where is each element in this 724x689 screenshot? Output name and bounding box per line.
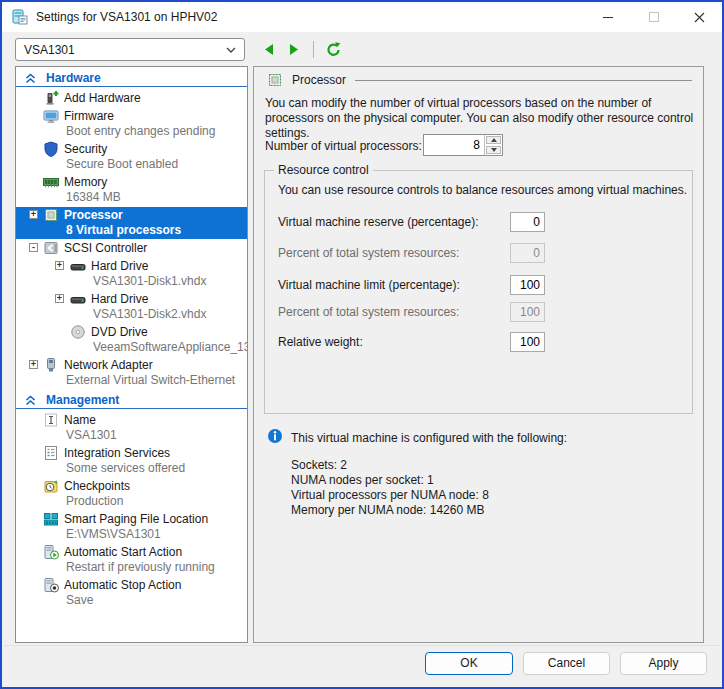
hyperv-settings-icon (12, 9, 28, 25)
network-adapter-icon (43, 357, 59, 373)
automatic-stop-icon (43, 577, 59, 593)
expand-icon[interactable]: + (55, 261, 64, 270)
sidebar-item-dvd-drive[interactable]: DVD Drive VeeamSoftwareAppliance_13.... (16, 324, 247, 356)
weight-input[interactable] (510, 332, 545, 352)
item-label: Security (64, 141, 245, 157)
expand-icon[interactable]: + (55, 294, 64, 303)
chevron-down-icon (226, 47, 236, 53)
item-subtitle: VSA1301-Disk2.vhdx (91, 307, 245, 322)
spin-up-button[interactable] (486, 136, 501, 144)
checkpoints-icon (43, 478, 59, 494)
expand-icon[interactable]: + (29, 210, 38, 219)
resource-control-group: Resource control You can use resource co… (264, 170, 693, 414)
reserve-input[interactable] (510, 212, 545, 232)
sidebar-item-name[interactable]: Name VSA1301 (16, 412, 247, 444)
sidebar-item-security[interactable]: Security Secure Boot enabled (16, 141, 247, 173)
hard-drive-icon (70, 291, 86, 307)
item-label: SCSI Controller (64, 240, 245, 256)
close-button[interactable] (683, 2, 715, 32)
section-hardware[interactable]: Hardware (16, 70, 247, 87)
sidebar-item-firmware[interactable]: Firmware Boot entry changes pending (16, 108, 247, 140)
sidebar-item-smart-paging[interactable]: Smart Paging File Location E:\VMS\VSA130… (16, 511, 247, 543)
minimize-button[interactable] (592, 2, 624, 32)
triangle-down-icon (491, 148, 497, 152)
item-label: Name (64, 412, 245, 428)
settings-dialog: Settings for VSA1301 on HPHV02 VSA1301 (0, 0, 724, 689)
cancel-button[interactable]: Cancel (523, 652, 610, 675)
window-title: Settings for VSA1301 on HPHV02 (36, 10, 217, 24)
item-subtitle: Restart if previously running (64, 560, 245, 575)
limit-input[interactable] (510, 275, 545, 295)
item-label: Integration Services (64, 445, 245, 461)
item-label: Checkpoints (64, 478, 245, 494)
vproc-input[interactable] (424, 135, 484, 155)
item-subtitle: Production (64, 494, 245, 509)
item-label: Automatic Start Action (64, 544, 245, 560)
spin-down-button[interactable] (486, 146, 501, 154)
sidebar-item-network-adapter[interactable]: + Network Adapter External Virtual Switc… (16, 357, 247, 389)
section-label: Management (46, 393, 119, 407)
info-line-sockets: Sockets: 2 (291, 458, 489, 473)
item-label: Processor (64, 207, 245, 223)
sidebar-item-scsi-controller[interactable]: - SCSI Controller (16, 240, 247, 257)
reserve-percent-input (510, 243, 545, 263)
name-icon (43, 412, 59, 428)
item-subtitle: VeeamSoftwareAppliance_13.... (91, 340, 245, 355)
sidebar-item-automatic-start[interactable]: Automatic Start Action Restart if previo… (16, 544, 247, 576)
info-line-vprocs: Virtual processors per NUMA node: 8 (291, 488, 489, 503)
integration-services-icon (43, 445, 59, 461)
expand-icon[interactable]: + (29, 360, 38, 369)
sidebar-item-checkpoints[interactable]: Checkpoints Production (16, 478, 247, 510)
group-description: You can use resource controls to balance… (278, 183, 687, 197)
sidebar-item-integration-services[interactable]: Integration Services Some services offer… (16, 445, 247, 477)
item-label: Hard Drive (91, 258, 245, 274)
vproc-spinner (423, 134, 503, 156)
sidebar-item-add-hardware[interactable]: Add Hardware (16, 90, 247, 107)
sidebar-item-processor[interactable]: + Processor 8 Virtual processors (16, 207, 247, 239)
limit-percent-label: Percent of total system resources: (278, 305, 459, 319)
maximize-button (638, 2, 670, 32)
item-label: Add Hardware (64, 90, 245, 106)
limit-label: Virtual machine limit (percentage): (278, 278, 460, 292)
pane-title: Processor (292, 73, 346, 87)
collapse-icon[interactable]: - (29, 243, 38, 252)
back-arrow-icon[interactable] (260, 40, 278, 60)
toolbar: VSA1301 (2, 32, 722, 66)
processor-icon (43, 207, 59, 223)
hardware-tree: Hardware Add Hardware (15, 66, 248, 643)
info-line-memory: Memory per NUMA node: 14260 MB (291, 503, 489, 518)
refresh-icon[interactable] (324, 40, 342, 60)
smart-paging-icon (43, 511, 59, 527)
navigation-bar (260, 38, 342, 61)
reserve-percent-label: Percent of total system resources: (278, 246, 459, 260)
item-subtitle: E:\VMS\VSA1301 (64, 527, 245, 542)
item-label: Smart Paging File Location (64, 511, 245, 527)
info-lines: Sockets: 2 NUMA nodes per socket: 1 Virt… (291, 458, 489, 518)
collapse-chevron-icon (25, 395, 36, 406)
pane-header: Processor (267, 72, 692, 88)
item-subtitle: 16384 MB (64, 190, 245, 205)
weight-label: Relative weight: (278, 335, 363, 349)
item-subtitle: VSA1301 (64, 428, 245, 443)
info-icon (267, 428, 283, 444)
sidebar-item-memory[interactable]: Memory 16384 MB (16, 174, 247, 206)
section-management[interactable]: Management (16, 392, 247, 409)
sidebar-item-hard-drive-1[interactable]: + Hard Drive VSA1301-Disk1.vhdx (16, 258, 247, 290)
item-label: Memory (64, 174, 245, 190)
item-label: DVD Drive (91, 324, 245, 340)
item-subtitle: Some services offered (64, 461, 245, 476)
processor-icon (267, 72, 283, 88)
firmware-icon (43, 108, 59, 124)
item-subtitle: Secure Boot enabled (64, 157, 245, 172)
item-subtitle: Save (64, 593, 245, 608)
security-shield-icon (43, 141, 59, 157)
ok-button[interactable]: OK (425, 652, 513, 675)
vproc-label: Number of virtual processors: (265, 139, 422, 153)
sidebar-item-hard-drive-2[interactable]: + Hard Drive VSA1301-Disk2.vhdx (16, 291, 247, 323)
item-label: Network Adapter (64, 357, 245, 373)
limit-percent-input (510, 302, 545, 322)
vm-selector-dropdown[interactable]: VSA1301 (15, 38, 245, 61)
forward-arrow-icon[interactable] (285, 40, 303, 60)
sidebar-item-automatic-stop[interactable]: Automatic Stop Action Save (16, 577, 247, 609)
apply-button[interactable]: Apply (620, 652, 707, 675)
